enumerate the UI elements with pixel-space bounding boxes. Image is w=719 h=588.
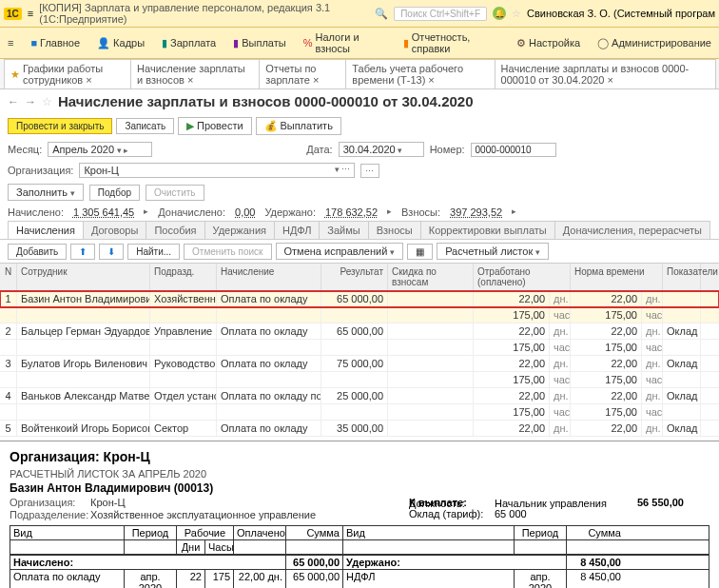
table-row[interactable]: 1Базин Антон ВладимировичХозяйственное у… [0, 291, 719, 307]
col-dept[interactable]: Подразд. [150, 264, 217, 290]
form-row-org: Организация: Крон-Ц ▾ ⋯ ⋯ [0, 160, 719, 181]
date-label: Дата: [306, 144, 332, 155]
table-row[interactable]: 175,00час.175,00час. [0, 372, 719, 388]
tab-benefits[interactable]: Пособия [146, 221, 204, 239]
cancel-fix-button[interactable]: Отмена исправлений ▾ [276, 243, 404, 260]
totals-row: Начислено: 1 305 641,45 ▸ Доначислено: 0… [0, 204, 719, 221]
org-input[interactable]: Крон-Ц ▾ ⋯ [79, 163, 355, 178]
month-input[interactable]: Апрель 2020 ▾ ▸ [48, 142, 152, 157]
grid-toolbar: Добавить ⬆ ⬇ Найти... Отменить поиск Отм… [0, 240, 719, 263]
menu-settings[interactable]: ⚙Настройка [513, 29, 584, 56]
month-label: Месяц: [8, 144, 42, 155]
num-input[interactable]: 0000-000010 [471, 143, 556, 157]
table-row[interactable]: 175,00час.175,00час. [0, 307, 719, 323]
menu-reports[interactable]: ▮Отчетность, справки [399, 29, 503, 56]
dept-input[interactable]: ⋯ [360, 164, 379, 178]
tab-loans[interactable]: Займы [319, 221, 368, 239]
table-row[interactable]: 5Войтенкоий Игорь БорисовичСекторОплата … [0, 421, 719, 437]
post-close-button[interactable]: Провести и закрыть [8, 118, 112, 134]
tab-ndfl[interactable]: НДФЛ [274, 221, 320, 239]
tab-salary-reports[interactable]: Отчеты по зарплате × [259, 59, 346, 88]
tab-contracts[interactable]: Договоры [83, 221, 146, 239]
main-menu: ≡ ■Главное 👤Кадры ▮Зарплата ▮Выплаты %На… [0, 28, 719, 59]
grid-icon-button[interactable]: ▦ [407, 244, 433, 260]
logo: 1C [4, 8, 22, 20]
up-button[interactable]: ⬆ [70, 244, 95, 260]
col-discount[interactable]: Скидка по взносам [388, 264, 474, 290]
col-worked[interactable]: Отработано (оплачено) [474, 264, 571, 290]
payslip-table: Вид Период Рабочие Оплачено Сумма Вид Пе… [10, 525, 709, 588]
table-row[interactable]: 175,00час.175,00час. [0, 404, 719, 421]
nav-fwd-icon[interactable]: → [25, 95, 36, 108]
tab-deductions[interactable]: Удержания [204, 221, 275, 239]
grid-header: N Сотрудник Подразд. Начисление Результа… [0, 264, 719, 291]
col-accrual[interactable]: Начисление [217, 264, 321, 290]
tab-contrib[interactable]: Взносы [368, 221, 421, 239]
select-button[interactable]: Подбор [89, 185, 140, 201]
doacc-value: 0,00 [235, 206, 255, 218]
tab-timesheet[interactable]: Табель учета рабочего времени (Т-13) × [345, 59, 495, 88]
menu-salary[interactable]: ▮Зарплата [158, 29, 220, 56]
tab-payroll-list[interactable]: Начисление зарплаты и взносов × [130, 59, 260, 88]
hamburger-icon[interactable]: ≡ [28, 8, 33, 19]
col-result[interactable]: Результат [321, 264, 388, 290]
clear-button[interactable]: Очистить [146, 185, 204, 201]
menu-admin[interactable]: ◯Администрирование [593, 29, 715, 56]
find-button[interactable]: Найти... [127, 244, 180, 260]
table-row[interactable]: 4Ваньков Александр МатвеевичОтдел устано… [0, 388, 719, 404]
document-tabs: ★Графики работы сотрудников × Начисление… [0, 59, 719, 89]
search-icon[interactable]: 🔍 [375, 8, 388, 20]
table-row[interactable]: 3Булатов Игорь ВиленовичРуководствоОплат… [0, 356, 719, 372]
doc-header: ← → ☆ Начисление зарплаты и взносов 0000… [0, 89, 719, 113]
payslip-employee: Базин Антон Владимирович (00013) [10, 481, 709, 495]
pay-button[interactable]: 💰 Выплатить [256, 117, 341, 135]
table-row[interactable]: 2Бальцер Герман ЭдуардовичУправление мар… [0, 323, 719, 340]
payslip-button[interactable]: Расчетный листок ▾ [437, 243, 549, 260]
fill-toolbar: Заполнить ▾ Подбор Очистить [0, 181, 719, 204]
tab-schedules[interactable]: ★Графики работы сотрудников × [4, 59, 131, 88]
payslip-panel: Организация: Крон-Ц РАСЧЕТНЫЙ ЛИСТОК ЗА … [0, 441, 719, 588]
menu-payments[interactable]: ▮Выплаты [229, 29, 289, 56]
tab-current-doc[interactable]: Начисление зарплаты и взносов 0000-00001… [495, 59, 716, 88]
num-label: Номер: [430, 144, 465, 155]
tab-corrections[interactable]: Корректировки выплаты [420, 221, 555, 239]
down-button[interactable]: ⬇ [99, 244, 124, 260]
col-ind[interactable]: Показатели [663, 264, 701, 290]
detail-tabs: Начисления Договоры Пособия Удержания НД… [0, 221, 719, 240]
menu-hamburger[interactable]: ≡ [4, 29, 17, 56]
save-button[interactable]: Записать [116, 118, 174, 134]
menu-main[interactable]: ■Главное [27, 29, 84, 56]
star-icon[interactable]: ☆ [512, 8, 521, 20]
menu-taxes[interactable]: %Налоги и взносы [300, 29, 390, 56]
tab-accruals[interactable]: Начисления [8, 221, 84, 239]
post-button[interactable]: ▶ Провести [178, 117, 251, 135]
held-label: Удержано: [264, 206, 316, 218]
accrued-value[interactable]: 1 305 641,45 [73, 206, 134, 218]
tab-recalc[interactable]: Доначисления, перерасчеты [554, 221, 710, 239]
payslip-title: РАСЧЕТНЫЙ ЛИСТОК ЗА АПРЕЛЬ 2020 [10, 468, 709, 480]
fill-button[interactable]: Заполнить ▾ [8, 184, 84, 201]
bell-icon[interactable]: 🔔 [493, 7, 506, 20]
date-input[interactable]: 30.04.2020 ▾ [339, 142, 424, 157]
titlebar: 1C ≡ [КОПИЯ] Зарплата и управление персо… [0, 0, 719, 28]
tax-value[interactable]: 397 293,52 [450, 206, 502, 218]
org-label: Организация: [8, 165, 73, 176]
col-employee[interactable]: Сотрудник [17, 264, 150, 290]
doacc-label: Доначислено: [158, 206, 225, 218]
favorite-icon[interactable]: ☆ [42, 95, 52, 108]
cancel-find-button[interactable]: Отменить поиск [184, 244, 271, 260]
user-label: Свиновская З. О. (Системный програм [527, 8, 715, 19]
nav-back-icon[interactable]: ← [8, 95, 19, 108]
search-placeholder[interactable]: Поиск Ctrl+Shift+F [394, 7, 487, 21]
accruals-grid: N Сотрудник Подразд. Начисление Результа… [0, 263, 719, 437]
col-norm[interactable]: Норма времени [571, 264, 663, 290]
held-value[interactable]: 178 632,52 [325, 206, 378, 218]
add-button[interactable]: Добавить [8, 244, 67, 260]
table-row[interactable]: 175,00час.175,00час. [0, 340, 719, 356]
menu-personnel[interactable]: 👤Кадры [93, 29, 148, 56]
col-n[interactable]: N [0, 264, 17, 290]
form-row-month: Месяц: Апрель 2020 ▾ ▸ Дата: 30.04.2020 … [0, 139, 719, 160]
tax-label: Взносы: [401, 206, 440, 218]
doc-title: Начисление зарплаты и взносов 0000-00001… [58, 93, 474, 109]
doc-toolbar: Провести и закрыть Записать ▶ Провести 💰… [0, 113, 719, 139]
